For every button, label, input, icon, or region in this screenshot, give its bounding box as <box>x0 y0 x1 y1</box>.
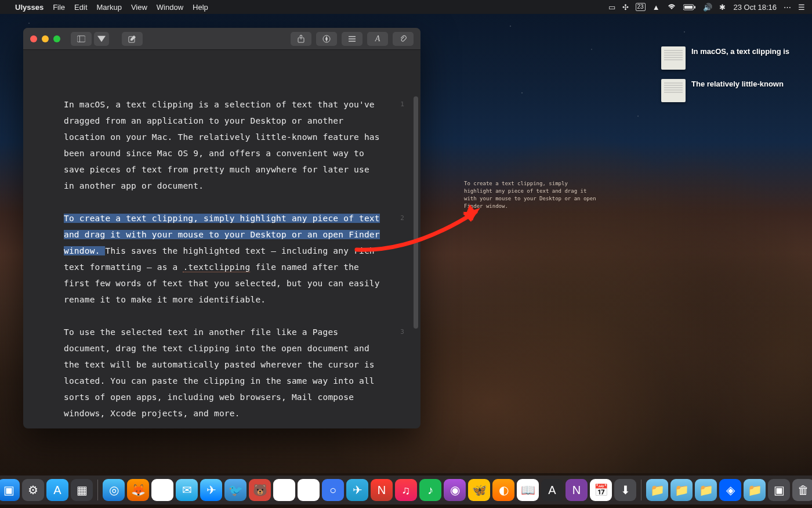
window-titlebar[interactable]: A <box>23 28 420 50</box>
dock-app-store-icon[interactable]: A <box>46 479 68 501</box>
attachment-button[interactable] <box>393 32 414 46</box>
textclipping-file[interactable]: In macOS, a text clipping is <box>661 46 795 70</box>
dock-dropbox-icon[interactable]: ◈ <box>719 479 741 501</box>
display-icon[interactable]: ▭ <box>608 3 615 12</box>
file-label: In macOS, a text clipping is <box>691 46 789 56</box>
dock-safari-icon[interactable]: ◎ <box>103 479 125 501</box>
dock-slack-icon[interactable]: # <box>298 479 320 501</box>
airplay-icon[interactable]: ▲ <box>652 3 660 12</box>
paragraph[interactable]: In macOS, a text clipping is a selection… <box>64 96 380 194</box>
dock-settings-icon[interactable]: ⚙ <box>22 479 44 501</box>
dock-compose-icon[interactable]: ✎ <box>273 479 295 501</box>
paragraph-number: 3 <box>400 324 404 340</box>
editor-content[interactable]: In macOS, a text clipping is a selection… <box>64 96 380 421</box>
dock-trash-icon[interactable]: 🗑 <box>792 479 812 501</box>
paragraph-number: 1 <box>400 96 404 113</box>
menu-markup[interactable]: Markup <box>97 3 122 12</box>
menu-file[interactable]: File <box>53 3 65 12</box>
dock-music-icon[interactable]: ♫ <box>395 479 417 501</box>
dock-airmail-icon[interactable]: ✈ <box>200 479 222 501</box>
file-label: The relatively little-known <box>691 79 784 89</box>
battery-icon[interactable] <box>683 4 696 10</box>
ulysses-window: A In macOS, a text clipping is a selecti… <box>23 28 420 428</box>
dock-signal-icon[interactable]: ○ <box>322 479 344 501</box>
menu-extra-icon[interactable]: ✱ <box>719 3 726 12</box>
dock: ▣⚙A▦◎🦊◉✉✈🐦🐻✎#○✈N♫♪◉🦋◐📖AN📅⬇📁📁📁◈📁▣🗑 <box>0 475 812 505</box>
paragraph-number: 2 <box>400 210 404 226</box>
textclipping-icon <box>661 46 686 70</box>
textclipping-icon <box>661 79 686 102</box>
dock-news-icon[interactable]: N <box>371 479 393 501</box>
dock-folder4-icon[interactable]: 📁 <box>744 479 766 501</box>
dock-folder1-icon[interactable]: 📁 <box>646 479 668 501</box>
dock-separator <box>641 480 641 500</box>
dock-onenote-icon[interactable]: N <box>566 479 588 501</box>
selected-text[interactable]: To create a text clipping, simply highli… <box>64 214 380 255</box>
close-button[interactable] <box>30 35 37 42</box>
menubar: Ulysses File Edit Markup View Window Hel… <box>0 0 812 14</box>
drag-preview-text: To create a text clipping, simply highli… <box>464 180 597 210</box>
dock-yoink-icon[interactable]: 🦋 <box>468 479 490 501</box>
dock-firefox-icon[interactable]: 🦊 <box>127 479 149 501</box>
typography-button[interactable]: A <box>367 32 388 46</box>
compose-button[interactable] <box>122 32 143 46</box>
dock-bear-icon[interactable]: 🐻 <box>249 479 271 501</box>
dock-telegram-icon[interactable]: ✈ <box>346 479 368 501</box>
dock-downloads-icon[interactable]: ⬇ <box>614 479 636 501</box>
share-button[interactable] <box>291 32 311 46</box>
dock-podcasts-icon[interactable]: ◉ <box>444 479 466 501</box>
dock-pixelmator-icon[interactable]: ◐ <box>492 479 514 501</box>
app-name[interactable]: Ulysses <box>15 3 44 12</box>
editor-area[interactable]: In macOS, a text clipping is a selection… <box>23 50 420 428</box>
menu-window[interactable]: Window <box>157 3 183 12</box>
wifi-icon[interactable] <box>667 3 676 10</box>
scrollbar[interactable] <box>414 96 418 329</box>
dock-finder-icon[interactable]: ▣ <box>0 479 20 501</box>
svg-rect-3 <box>77 35 85 42</box>
menu-view[interactable]: View <box>131 3 147 12</box>
dock-ulysses-icon[interactable]: A <box>541 479 563 501</box>
dock-folder3-icon[interactable]: 📁 <box>695 479 717 501</box>
menu-help[interactable]: Help <box>193 3 208 12</box>
status-icon[interactable]: ✣ <box>622 3 629 12</box>
list-view-button[interactable] <box>342 32 362 46</box>
list-icon[interactable]: ☰ <box>798 3 805 12</box>
svg-rect-2 <box>694 6 695 8</box>
dock-preview-icon[interactable]: ▣ <box>768 479 790 501</box>
menu-edit[interactable]: Edit <box>74 3 87 12</box>
sidebar-dropdown-button[interactable] <box>94 32 109 46</box>
dock-chrome-icon[interactable]: ◉ <box>151 479 173 501</box>
dock-mail-icon[interactable]: ✉ <box>176 479 198 501</box>
dock-tweetbot-icon[interactable]: 🐦 <box>224 479 246 501</box>
notification-icon[interactable]: ⋯ <box>784 3 791 12</box>
calendar-icon[interactable]: 23 <box>636 3 646 11</box>
traffic-lights <box>30 35 60 42</box>
dock-dict-icon[interactable]: 📖 <box>517 479 539 501</box>
sidebar-toggle-button[interactable] <box>71 32 92 46</box>
desktop-icons: In macOS, a text clipping is The relativ… <box>661 46 795 111</box>
volume-icon[interactable]: 🔊 <box>703 3 712 12</box>
clock[interactable]: 23 Oct 18:16 <box>734 3 777 12</box>
dock-separator <box>97 480 98 500</box>
dock-folder2-icon[interactable]: 📁 <box>670 479 693 501</box>
spellcheck-underline: .textclipping <box>183 262 250 272</box>
dock-mission-icon[interactable]: ▦ <box>71 479 93 501</box>
dock-spotify-icon[interactable]: ♪ <box>419 479 441 501</box>
svg-rect-1 <box>684 6 693 9</box>
paragraph[interactable]: To use the selected text in another file… <box>64 324 380 421</box>
minimize-button[interactable] <box>42 35 49 42</box>
dock-calendar-icon[interactable]: 📅 <box>590 479 612 501</box>
maximize-button[interactable] <box>53 35 60 42</box>
navigator-button[interactable] <box>316 32 337 46</box>
textclipping-file[interactable]: The relatively little-known <box>661 79 795 102</box>
paragraph[interactable]: To create a text clipping, simply highli… <box>64 210 380 308</box>
